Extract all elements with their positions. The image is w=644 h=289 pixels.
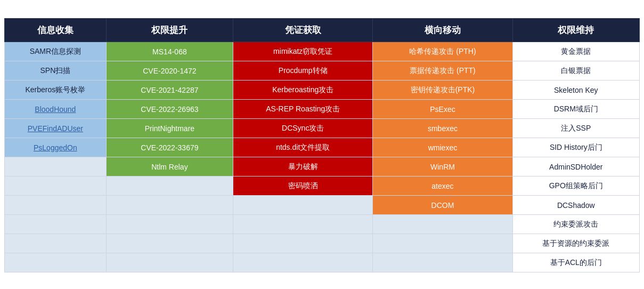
cell-r3-c3: PsExec bbox=[373, 100, 512, 119]
cell-r8-c2 bbox=[233, 196, 373, 215]
table-row: 基于资源的约束委派 bbox=[5, 234, 640, 253]
cell-r1-c3: 票据传递攻击 (PTT) bbox=[373, 61, 512, 81]
cell-r11-c2 bbox=[233, 253, 373, 272]
cell-r6-c1: Ntlm Relay bbox=[106, 157, 233, 176]
cell-r3-c2: AS-REP Roasting攻击 bbox=[233, 100, 373, 119]
cell-r6-c4: AdminSDHolder bbox=[512, 157, 639, 176]
page-title bbox=[4, 5, 640, 18]
table-row: 基于ACL的后门 bbox=[5, 253, 640, 272]
cell-r3-c4: DSRM域后门 bbox=[512, 100, 639, 119]
cell-r1-c4: 白银票据 bbox=[512, 61, 639, 81]
cell-r8-c4: DCShadow bbox=[512, 196, 639, 215]
table-row: PsLoggedOnCVE-2022-33679ntds.dit文件提取wmie… bbox=[5, 138, 640, 157]
cell-r1-c1: CVE-2020-1472 bbox=[106, 61, 233, 81]
cell-r7-c1 bbox=[106, 176, 233, 196]
table-row: BloodHoundCVE-2022-26963AS-REP Roasting攻… bbox=[5, 100, 640, 119]
main-container: 信息收集权限提升凭证获取横向移动权限维持 SAMR信息探测MS14-068mim… bbox=[0, 0, 644, 277]
cell-r5-c3: wmiexec bbox=[373, 138, 512, 157]
cell-r10-c2 bbox=[233, 234, 373, 253]
cell-r10-c3 bbox=[373, 234, 512, 253]
cell-r4-c2: DCSync攻击 bbox=[233, 119, 373, 138]
cell-r4-c1: PrintNightmare bbox=[106, 119, 233, 138]
table-row: PVEFindADUserPrintNightmareDCSync攻击smbex… bbox=[5, 119, 640, 138]
header-col-3: 横向移动 bbox=[373, 19, 512, 42]
table-row: Ntlm Relay暴力破解WinRMAdminSDHolder bbox=[5, 157, 640, 176]
cell-r4-c0[interactable]: PVEFindADUser bbox=[5, 119, 107, 138]
cell-r5-c2: ntds.dit文件提取 bbox=[233, 138, 373, 157]
cell-r11-c1 bbox=[106, 253, 233, 272]
header-col-4: 权限维持 bbox=[512, 19, 639, 42]
cell-r6-c0 bbox=[5, 157, 107, 176]
cell-r9-c0 bbox=[5, 215, 107, 234]
cell-r9-c3 bbox=[373, 215, 512, 234]
cell-r8-c0 bbox=[5, 196, 107, 215]
cell-r8-c1 bbox=[106, 196, 233, 215]
cell-r8-c3: DCOM bbox=[373, 196, 512, 215]
cell-r3-c0[interactable]: BloodHound bbox=[5, 100, 107, 119]
header-col-0: 信息收集 bbox=[5, 19, 107, 42]
table-row: SAMR信息探测MS14-068mimikatz窃取凭证哈希传递攻击 (PTH)… bbox=[5, 42, 640, 61]
table-row: SPN扫描CVE-2020-1472Procdump转储票据传递攻击 (PTT)… bbox=[5, 61, 640, 81]
cell-r7-c4: GPO组策略后门 bbox=[512, 176, 639, 196]
cell-r9-c4: 约束委派攻击 bbox=[512, 215, 639, 234]
cell-r4-c4: 注入SSP bbox=[512, 119, 639, 138]
cell-r11-c0 bbox=[5, 253, 107, 272]
table-body: SAMR信息探测MS14-068mimikatz窃取凭证哈希传递攻击 (PTH)… bbox=[5, 42, 640, 272]
cell-r9-c1 bbox=[106, 215, 233, 234]
table-row: 约束委派攻击 bbox=[5, 215, 640, 234]
cell-r1-c0: SPN扫描 bbox=[5, 61, 107, 81]
cell-r2-c4: Skeleton Key bbox=[512, 81, 639, 100]
cell-r11-c4: 基于ACL的后门 bbox=[512, 253, 639, 272]
cell-r0-c3: 哈希传递攻击 (PTH) bbox=[373, 42, 512, 61]
header-col-1: 权限提升 bbox=[106, 19, 233, 42]
cell-r11-c3 bbox=[373, 253, 512, 272]
cell-r10-c0 bbox=[5, 234, 107, 253]
table-row: Kerberos账号枚举CVE-2021-42287Kerberoasting攻… bbox=[5, 81, 640, 100]
cell-r5-c1: CVE-2022-33679 bbox=[106, 138, 233, 157]
table-header: 信息收集权限提升凭证获取横向移动权限维持 bbox=[5, 19, 640, 42]
cell-r5-c4: SID History后门 bbox=[512, 138, 639, 157]
cell-r9-c2 bbox=[233, 215, 373, 234]
cell-r6-c3: WinRM bbox=[373, 157, 512, 176]
cell-r2-c2: Kerberoasting攻击 bbox=[233, 81, 373, 100]
cell-r1-c2: Procdump转储 bbox=[233, 61, 373, 81]
header-col-2: 凭证获取 bbox=[233, 19, 373, 42]
cell-r3-c1: CVE-2022-26963 bbox=[106, 100, 233, 119]
cell-r2-c0: Kerberos账号枚举 bbox=[5, 81, 107, 100]
cell-r2-c1: CVE-2021-42287 bbox=[106, 81, 233, 100]
cell-r10-c1 bbox=[106, 234, 233, 253]
cell-r7-c3: atexec bbox=[373, 176, 512, 196]
cell-r5-c0[interactable]: PsLoggedOn bbox=[5, 138, 107, 157]
cell-r4-c3: smbexec bbox=[373, 119, 512, 138]
cell-r0-c0: SAMR信息探测 bbox=[5, 42, 107, 61]
cell-r2-c3: 密钥传递攻击(PTK) bbox=[373, 81, 512, 100]
cell-r7-c0 bbox=[5, 176, 107, 196]
cell-r0-c4: 黄金票据 bbox=[512, 42, 639, 61]
cell-r6-c2: 暴力破解 bbox=[233, 157, 373, 176]
cell-r7-c2: 密码喷洒 bbox=[233, 176, 373, 196]
cell-r0-c2: mimikatz窃取凭证 bbox=[233, 42, 373, 61]
cell-r10-c4: 基于资源的约束委派 bbox=[512, 234, 639, 253]
table-row: DCOMDCShadow bbox=[5, 196, 640, 215]
table-row: 密码喷洒atexecGPO组策略后门 bbox=[5, 176, 640, 196]
cell-r0-c1: MS14-068 bbox=[106, 42, 233, 61]
matrix-table: 信息收集权限提升凭证获取横向移动权限维持 SAMR信息探测MS14-068mim… bbox=[4, 18, 640, 272]
